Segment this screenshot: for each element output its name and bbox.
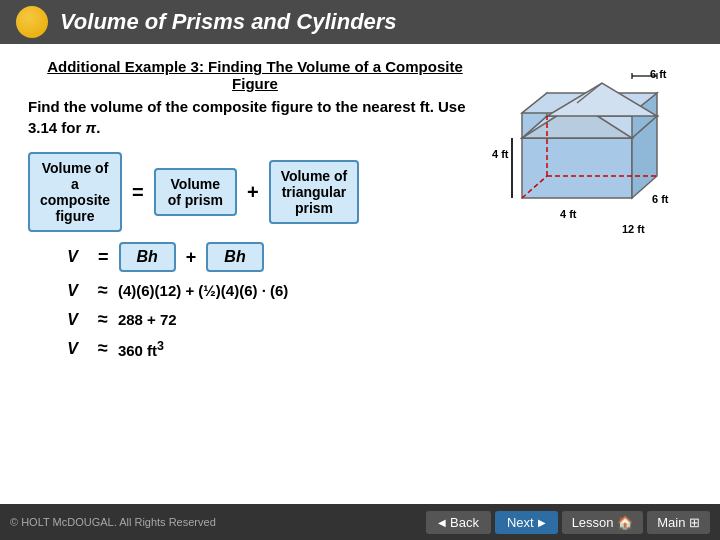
equation-row-3: V ≈ 288 + 72: [28, 309, 482, 330]
svg-text:6 ft: 6 ft: [652, 193, 669, 205]
approx-2: ≈: [98, 280, 108, 301]
lesson-label: Lesson: [572, 515, 614, 530]
next-button[interactable]: Next ▶: [495, 511, 558, 534]
main-label: Main: [657, 515, 685, 530]
v-label-4: V: [28, 340, 78, 358]
svg-marker-0: [522, 138, 632, 198]
nav-buttons: ◀ Back Next ▶ Lesson 🏠 Main ⊞: [426, 511, 710, 534]
footer: © HOLT McDOUGAL. All Rights Reserved ◀ B…: [0, 504, 720, 540]
expr-3: 288 + 72: [118, 311, 177, 328]
header-icon: [16, 6, 48, 38]
figure-area: 6 ft 4 ft 4 ft 12 ft 6 ft: [492, 58, 692, 252]
svg-text:4 ft: 4 ft: [492, 148, 509, 160]
svg-text:12 ft: 12 ft: [622, 223, 645, 235]
plus-sign-1: +: [247, 181, 259, 204]
equation-row-1: V = Bh + Bh: [28, 242, 482, 272]
triangular-prism-box: Volume oftriangularprism: [269, 160, 360, 224]
back-label: Back: [450, 515, 479, 530]
bh-box-2: Bh: [206, 242, 263, 272]
page-title: Volume of Prisms and Cylinders: [60, 9, 397, 35]
v-label-1: V: [28, 248, 78, 266]
main-icon: ⊞: [689, 515, 700, 530]
footer-copyright: © HOLT McDOUGAL. All Rights Reserved: [10, 516, 216, 528]
v-label-2: V: [28, 282, 78, 300]
figure-svg: 6 ft 4 ft 4 ft 12 ft 6 ft: [492, 58, 692, 248]
equals-2: =: [98, 247, 109, 268]
bh-box-1: Bh: [119, 242, 176, 272]
svg-text:4 ft: 4 ft: [560, 208, 577, 220]
next-arrow-icon: ▶: [538, 517, 546, 528]
approx-3: ≈: [98, 309, 108, 330]
expr-4: 360 ft3: [118, 339, 164, 359]
example-title: Additional Example 3: Finding The Volume…: [28, 58, 482, 92]
lesson-button[interactable]: Lesson 🏠: [562, 511, 644, 534]
main-content: Additional Example 3: Finding The Volume…: [0, 44, 720, 377]
equation-row-4: V ≈ 360 ft3: [28, 338, 482, 359]
next-label: Next: [507, 515, 534, 530]
page-header: Volume of Prisms and Cylinders: [0, 0, 720, 44]
back-arrow-icon: ◀: [438, 517, 446, 528]
v-label-3: V: [28, 311, 78, 329]
plus-2: +: [186, 247, 197, 268]
back-button[interactable]: ◀ Back: [426, 511, 491, 534]
problem-text: Find the volume of the composite figure …: [28, 96, 482, 138]
lesson-icon: 🏠: [617, 515, 633, 530]
composite-figure-box: Volume ofacompositefigure: [28, 152, 122, 232]
equation-row-2: V ≈ (4)(6)(12) + (½)(4)(6) · (6): [28, 280, 482, 301]
svg-text:6 ft: 6 ft: [650, 68, 667, 80]
prism-box: Volumeof prism: [154, 168, 237, 216]
main-button[interactable]: Main ⊞: [647, 511, 710, 534]
word-equation-row: Volume ofacompositefigure = Volumeof pri…: [28, 152, 482, 232]
approx-4: ≈: [98, 338, 108, 359]
equals-sign-1: =: [132, 181, 144, 204]
expr-2: (4)(6)(12) + (½)(4)(6) · (6): [118, 282, 288, 299]
